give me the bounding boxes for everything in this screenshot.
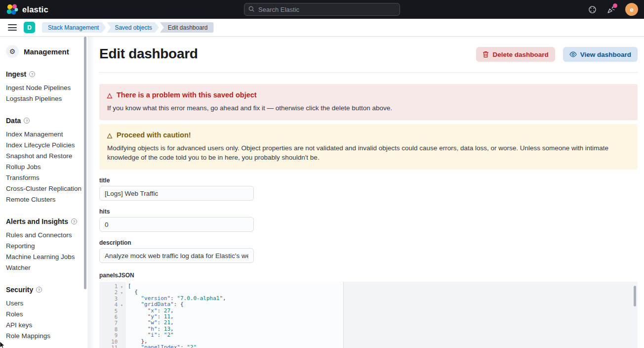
editor-code-area[interactable]: [{"version": "7.0.0-alpha1","gridData": … [126,282,638,348]
sidebar-item-logstash-pipelines[interactable]: Logstash Pipelines [6,93,88,104]
brand-name: elastic [22,5,48,14]
hits-input[interactable] [99,217,254,232]
editor-gutter: 1▾2▾34▾56789101112▾13▾14▾ [99,282,126,348]
newsfeed-icon[interactable] [606,5,615,14]
sidebar-item-role-mappings[interactable]: Role Mappings [6,331,88,342]
breadcrumbs: Stack ManagementSaved objectsEdit dashbo… [42,22,215,33]
panels-json-label: panelsJSON [99,272,638,279]
code-line-11: "panelIndex": "2", [126,345,638,348]
sidebar-item-rollup-jobs[interactable]: Rollup Jobs [6,162,88,173]
warning-icon: △ [107,92,112,98]
view-dashboard-button[interactable]: View dashboard [563,47,638,62]
code-line-6: "y": 11, [126,314,638,320]
sidebar-title: ⚙ Management [6,45,88,58]
search-icon [248,6,255,12]
sidebar-item-watcher[interactable]: Watcher [6,262,88,273]
sidebar-item-transforms[interactable]: Transforms [6,173,88,183]
help-tooltip-icon[interactable]: ? [71,218,77,224]
page-title: Edit dashboard [99,46,198,62]
sidebar-item-users[interactable]: Users [6,298,88,309]
field-label-hits: hits [99,208,254,215]
gear-icon: ⚙ [6,45,19,58]
error-callout: △ There is a problem with this saved obj… [99,84,638,120]
top-header-bar: elastic e [0,0,644,19]
description-input[interactable] [99,248,254,263]
field-label-title: title [99,177,254,184]
field-label-description: description [99,239,254,246]
mouse-cursor [0,342,6,348]
help-tooltip-icon[interactable]: ? [36,287,42,293]
code-line-8: "h": 13, [126,326,638,332]
sidebar-item-cross-cluster-replication[interactable]: Cross-Cluster Replication [6,183,88,194]
help-tooltip-icon[interactable]: ? [29,71,35,77]
sidebar-heading-alerts-and-insights: Alerts and Insights? [6,218,88,225]
sidebar-shadow [89,37,94,348]
help-tooltip-icon[interactable]: ? [24,118,30,124]
field-title: title [99,177,254,201]
app-window: elastic e [0,0,644,348]
editor-scrollbar[interactable] [634,286,636,306]
sidebar-section-alerts-and-insights: Alerts and Insights?Rules and Connectors… [6,218,88,273]
menu-hamburger-icon[interactable] [8,24,17,31]
sidebar-item-api-keys[interactable]: API keys [6,320,88,331]
warning-callout-body: Modifying objects is for advanced users … [107,143,630,162]
warning-icon: △ [107,132,112,138]
code-line-7: "w": 21, [126,320,638,326]
notification-dot [613,3,617,8]
delete-dashboard-button[interactable]: Delete dashboard [476,47,555,62]
user-avatar[interactable]: e [625,3,638,16]
sidebar-item-reporting[interactable]: Reporting [6,241,88,252]
sidebar-item-snapshot-and-restore[interactable]: Snapshot and Restore [6,151,88,162]
sidebar-section-ingest: Ingest?Ingest Node PipelinesLogstash Pip… [6,70,88,104]
trash-icon [483,51,489,58]
main-content: Edit dashboard Delete dashboard View das… [94,37,644,348]
sidebar-heading-data: Data? [6,117,88,125]
code-line-4: "gridData": { [126,302,638,307]
code-line-10: }, [126,339,638,345]
sidebar-scrollbar[interactable] [84,37,86,289]
sidebar-heading-security: Security? [6,286,88,294]
field-description: description [99,239,254,263]
elastic-logo-icon [6,3,18,16]
sidebar-item-machine-learning-jobs[interactable]: Machine Learning Jobs [6,252,88,262]
panels-json-editor[interactable]: 1▾2▾34▾56789101112▾13▾14▾ [{"version": "… [99,282,638,348]
header-divider [99,72,638,73]
breadcrumb-saved-objects[interactable]: Saved objects [107,22,159,33]
space-avatar[interactable]: D [24,22,35,33]
sidebar-item-ingest-node-pipelines[interactable]: Ingest Node Pipelines [6,83,88,93]
warning-callout: △ Proceed with caution! Modifying object… [99,124,638,170]
code-line-9: "i": "2" [126,332,638,338]
sidebar-item-index-management[interactable]: Index Management [6,129,88,140]
sidebar-section-security: Security?UsersRolesAPI keysRole Mappings [6,286,88,342]
title-input[interactable] [99,186,254,201]
sidebar-section-data: Data?Index ManagementIndex Lifecycle Pol… [6,117,88,205]
sidebar-item-roles[interactable]: Roles [6,309,88,320]
sidebar-item-remote-clusters[interactable]: Remote Clusters [6,194,88,205]
sidebar-item-index-lifecycle-policies[interactable]: Index Lifecycle Policies [6,140,88,151]
field-hits: hits [99,208,254,232]
sidebar-heading-ingest: Ingest? [6,70,88,78]
code-line-1: [ [126,283,638,289]
sidebar-item-rules-and-connectors[interactable]: Rules and Connectors [6,230,88,241]
breadcrumb-bar: D Stack ManagementSaved objectsEdit dash… [0,19,644,37]
eye-icon [569,51,577,57]
management-sidebar: ⚙ Management Ingest?Ingest Node Pipeline… [0,37,88,348]
breadcrumb-edit-dashboard: Edit dashboard [160,22,214,33]
global-search [244,3,400,16]
breadcrumb-stack-management[interactable]: Stack Management [42,22,106,33]
elastic-brand[interactable]: elastic [6,3,48,16]
code-line-5: "x": 27, [126,308,638,314]
search-input[interactable] [244,3,400,16]
error-callout-body: If you know what this error means, go ah… [107,103,630,113]
deployment-details-icon[interactable] [588,5,597,14]
code-line-3: "version": "7.0.0-alpha1", [126,296,638,302]
